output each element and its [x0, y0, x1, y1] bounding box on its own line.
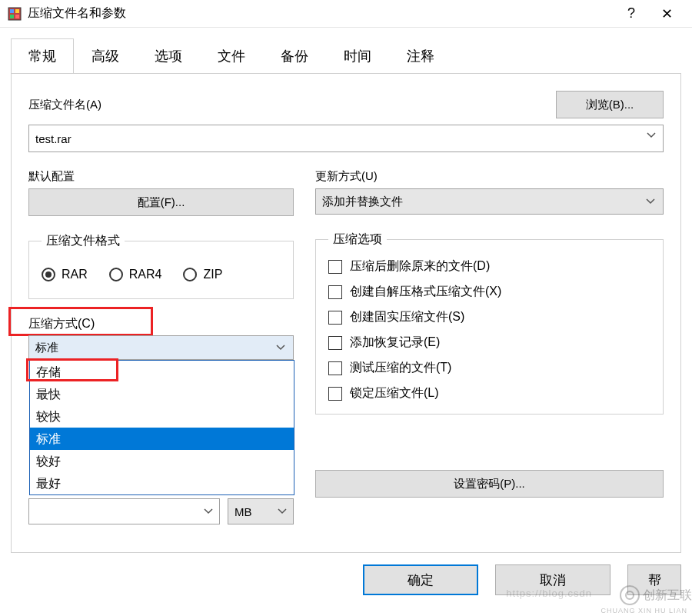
checkbox-icon	[328, 361, 342, 375]
opt-recovery[interactable]: 添加恢复记录(E)	[328, 335, 650, 351]
options-fieldset: 压缩选项 压缩后删除原来的文件(D) 创建自解压格式压缩文件(X) 创建固实压缩…	[315, 231, 664, 415]
opt-delete-after[interactable]: 压缩后删除原来的文件(D)	[328, 258, 650, 275]
format-fieldset: 压缩文件格式 RAR RAR4 ZIP	[28, 233, 294, 299]
split-size-combo[interactable]	[28, 498, 220, 524]
method-item-best[interactable]: 最好	[30, 472, 294, 494]
format-rar4[interactable]: RAR4	[109, 268, 162, 281]
options-legend: 压缩选项	[328, 231, 387, 248]
checkbox-icon	[328, 285, 342, 299]
format-rar[interactable]: RAR	[42, 268, 88, 281]
checkbox-icon	[328, 336, 342, 350]
close-icon[interactable]: ✕	[649, 5, 684, 22]
checkbox-icon	[328, 387, 342, 401]
opt-lock[interactable]: 锁定压缩文件(L)	[328, 385, 650, 401]
checkbox-icon	[328, 311, 342, 325]
select-value: 添加并替换文件	[322, 195, 403, 209]
help-button[interactable]: 帮	[627, 564, 681, 595]
method-item-fastest[interactable]: 最快	[30, 383, 294, 405]
checkbox-icon	[328, 260, 342, 274]
compression-method-dropdown: 存储 最快 较快 标准 较好 最好	[29, 360, 294, 495]
method-item-normal[interactable]: 标准	[30, 428, 294, 450]
tab-files[interactable]: 文件	[200, 38, 263, 74]
tab-general[interactable]: 常规	[11, 38, 74, 74]
compression-method-combo[interactable]: 标准 存储 最快 较快 标准 较好 最好	[28, 335, 294, 360]
radio-icon	[183, 268, 197, 281]
tab-time[interactable]: 时间	[326, 38, 389, 74]
opt-sfx[interactable]: 创建自解压格式压缩文件(X)	[328, 284, 650, 300]
format-zip[interactable]: ZIP	[183, 268, 222, 281]
tab-options[interactable]: 选项	[137, 38, 200, 74]
cancel-button[interactable]: 取消	[495, 564, 610, 595]
filename-input[interactable]	[28, 125, 664, 152]
tab-backup[interactable]: 备份	[263, 38, 326, 74]
config-button[interactable]: 配置(F)...	[28, 188, 294, 216]
ok-button[interactable]: 确定	[363, 564, 478, 595]
svg-rect-2	[15, 9, 19, 13]
format-legend: 压缩文件格式	[42, 233, 125, 249]
tab-advanced[interactable]: 高级	[74, 38, 137, 74]
combo-value: 标准	[35, 341, 58, 355]
svg-rect-4	[15, 15, 19, 18]
default-config-label: 默认配置	[28, 169, 294, 184]
window-title: 压缩文件名和参数	[28, 5, 614, 22]
tab-comment[interactable]: 注释	[389, 38, 452, 74]
chevron-down-icon	[278, 508, 287, 514]
help-icon[interactable]: ?	[614, 5, 649, 22]
set-password-button[interactable]: 设置密码(P)...	[315, 470, 664, 498]
chevron-down-icon	[646, 198, 655, 205]
radio-icon	[109, 268, 123, 281]
tab-bar: 常规 高级 选项 文件 备份 时间 注释	[11, 38, 692, 74]
chevron-down-icon	[204, 508, 213, 514]
update-mode-label: 更新方式(U)	[315, 169, 664, 184]
app-icon	[8, 7, 22, 21]
update-mode-select[interactable]: 添加并替换文件	[315, 188, 664, 215]
unit-value: MB	[235, 505, 252, 518]
opt-test[interactable]: 测试压缩的文件(T)	[328, 360, 650, 376]
compression-method-label: 压缩方式(C)	[28, 316, 294, 332]
radio-icon	[42, 268, 55, 281]
method-item-store[interactable]: 存储	[30, 361, 294, 383]
svg-rect-3	[10, 15, 14, 18]
method-item-good[interactable]: 较好	[30, 450, 294, 472]
filename-label: 压缩文件名(A)	[28, 98, 101, 112]
chevron-down-icon	[276, 345, 285, 351]
opt-solid[interactable]: 创建固实压缩文件(S)	[328, 309, 650, 325]
svg-rect-1	[10, 9, 14, 13]
split-unit-combo[interactable]: MB	[228, 498, 294, 524]
watermark-sub: CHUANG XIN HU LIAN	[601, 607, 687, 614]
browse-button[interactable]: 浏览(B)...	[556, 91, 664, 118]
method-item-fast[interactable]: 较快	[30, 405, 294, 428]
